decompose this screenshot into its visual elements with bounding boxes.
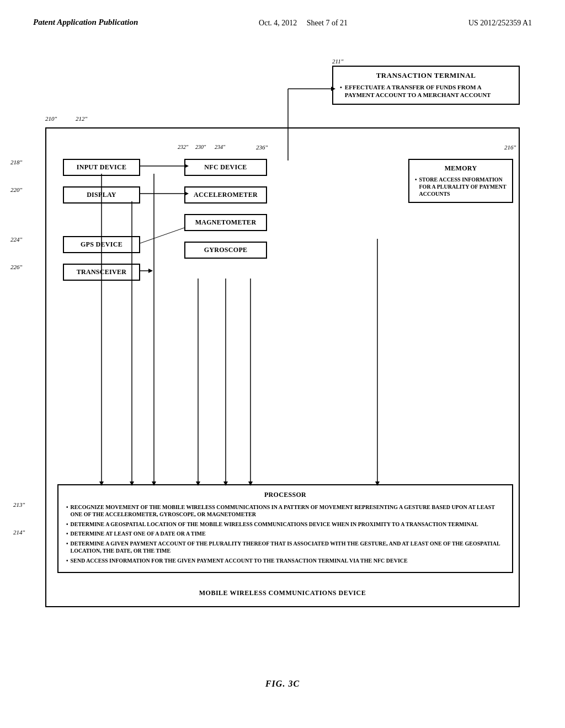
magnetometer-box: MAGNETOMETER	[184, 214, 267, 231]
gps-device-ref: 224"	[10, 236, 22, 243]
memory-box: MEMORY • STORE ACCESS INFORMATION FOR A …	[408, 159, 513, 203]
input-device-ref: 218"	[10, 159, 22, 165]
processor-ref2: 214"	[13, 529, 25, 536]
nfc-234-ref: 234"	[215, 144, 225, 150]
mobile-outer-ref: 210"	[45, 115, 57, 122]
svg-line-8	[140, 228, 184, 243]
gps-device-box: GPS DEVICE	[63, 236, 140, 253]
figure-label: FIG. 3C	[0, 679, 565, 689]
transceiver-box: TRANSCEIVER	[63, 264, 140, 281]
gyroscope-box: GYROSCOPE	[184, 242, 267, 259]
transaction-terminal-box: TRANSACTION TERMINAL • EFFECTUATE A TRAN…	[332, 66, 520, 105]
transaction-terminal-bullet: • EFFECTUATE A TRANSFER OF FUNDS FROM A …	[340, 83, 512, 99]
mobile-device-label: MOBILE WIRELESS COMMUNICATIONS DEVICE	[46, 589, 519, 597]
gyroscope-ref-top: 236"	[256, 144, 268, 151]
processor-ref: 213"	[13, 501, 25, 508]
mobile-device-outer-box: 218" INPUT DEVICE 220" DISPLAY 224" GPS …	[45, 127, 520, 607]
display-box: DISPLAY	[63, 186, 140, 204]
nfc-device-box: NFC DEVICE	[184, 159, 267, 176]
nfc-232-ref: 232"	[178, 144, 188, 150]
patent-number-label: US 2012/252359 A1	[468, 17, 532, 28]
transaction-terminal-ref: 211"	[332, 58, 343, 65]
input-device-box: INPUT DEVICE	[63, 159, 140, 176]
transaction-terminal-title: TRANSACTION TERMINAL	[340, 71, 512, 80]
svg-marker-10	[148, 269, 153, 273]
memory-ref: 216"	[504, 144, 516, 151]
transceiver-ref: 226"	[10, 264, 22, 270]
date-label: Oct. 4, 2012 Sheet 7 of 21	[259, 17, 348, 28]
accelerometer-box: ACCELEROMETER	[184, 186, 267, 204]
page-header: Patent Application Publication Oct. 4, 2…	[0, 0, 565, 34]
processor-box: PROCESSOR • RECOGNIZE MOVEMENT OF THE MO…	[57, 484, 513, 574]
display-ref: 220"	[10, 186, 22, 193]
nfc-230-ref: 230"	[195, 144, 206, 150]
publication-label: Patent Application Publication	[33, 17, 138, 28]
mobile-device-ref: 212"	[76, 115, 87, 122]
